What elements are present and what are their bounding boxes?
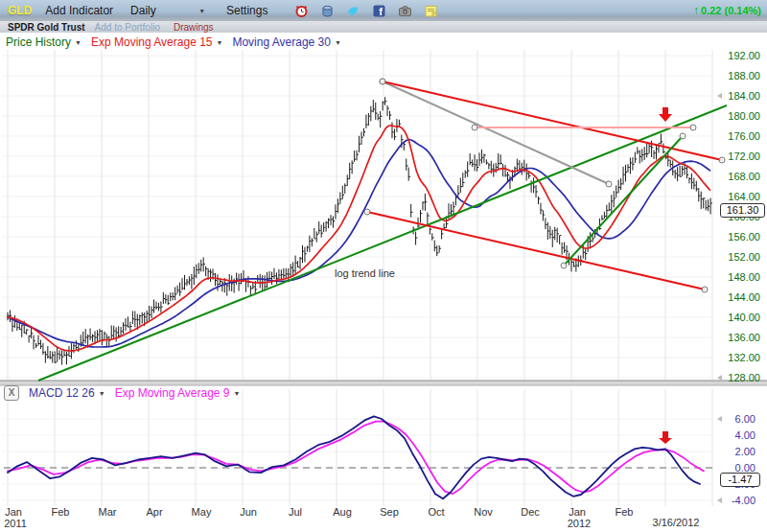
chevron-down-icon: ▼ xyxy=(198,8,205,14)
svg-text:192.00: 192.00 xyxy=(728,50,760,61)
svg-text:144.00: 144.00 xyxy=(728,291,760,303)
indicator-label: Price History xyxy=(6,35,71,49)
svg-text:140.00: 140.00 xyxy=(728,312,760,323)
quote-change: ↑ 0.22 (0.14%) xyxy=(693,4,761,17)
chart-canvas[interactable]: 192.00188.00184.00180.00176.00172.00168.… xyxy=(0,0,767,532)
svg-text:f: f xyxy=(380,6,384,17)
svg-text:Dec: Dec xyxy=(521,506,540,518)
svg-text:164.00: 164.00 xyxy=(728,191,760,202)
indicator-price-history[interactable]: Price History ▼ xyxy=(6,35,81,49)
drawings-menu[interactable]: Drawings xyxy=(174,22,214,33)
database-icon[interactable] xyxy=(320,4,335,18)
chevron-down-icon: ▼ xyxy=(99,390,105,397)
svg-text:Jun: Jun xyxy=(240,506,257,518)
twitter-icon[interactable] xyxy=(346,4,360,18)
svg-text:Jan: Jan xyxy=(569,506,586,518)
svg-text:May: May xyxy=(192,506,212,518)
svg-text:Apr: Apr xyxy=(146,506,162,518)
main-toolbar: GLD Add Indicator Daily ▼ Settings f ↑ 0… xyxy=(0,0,767,21)
svg-text:128.00: 128.00 xyxy=(728,372,760,383)
indicator-label: Exp Moving Average 15 xyxy=(91,35,213,49)
last-date-label: 3/16/2012 xyxy=(644,517,708,528)
indicator-label: MACD 12 26 xyxy=(29,386,95,400)
indicator-label: Exp Moving Average 9 xyxy=(115,386,230,400)
security-name: SPDR Gold Trust xyxy=(8,22,85,33)
svg-text:156.00: 156.00 xyxy=(728,231,760,243)
indicator-ma30[interactable]: Moving Average 30 ▼ xyxy=(232,35,340,49)
svg-text:180.00: 180.00 xyxy=(728,110,760,122)
last-macd-label: -1.47 xyxy=(720,473,760,487)
svg-text:172.00: 172.00 xyxy=(728,150,760,162)
svg-text:4.00: 4.00 xyxy=(735,429,755,441)
quote-change-value: 0.22 (0.14%) xyxy=(701,5,761,16)
macd-panel-header: X MACD 12 26 ▼ Exp Moving Average 9 ▼ xyxy=(4,385,249,401)
add-indicator-button[interactable]: Add Indicator xyxy=(45,4,113,17)
svg-text:6.00: 6.00 xyxy=(735,413,755,425)
svg-text:Jan: Jan xyxy=(5,506,22,518)
svg-text:Oct: Oct xyxy=(428,506,444,518)
svg-text:Jul: Jul xyxy=(289,506,302,518)
up-arrow-icon: ↑ xyxy=(693,4,699,17)
svg-text:176.00: 176.00 xyxy=(728,130,760,142)
svg-text:-4.00: -4.00 xyxy=(732,495,755,506)
svg-text:Nov: Nov xyxy=(474,506,493,518)
svg-text:152.00: 152.00 xyxy=(728,251,760,263)
close-icon[interactable]: X xyxy=(4,385,19,401)
symbol-label[interactable]: GLD xyxy=(8,4,32,17)
svg-text:132.00: 132.00 xyxy=(728,352,760,363)
camera-icon[interactable] xyxy=(398,4,412,18)
svg-text:2.00: 2.00 xyxy=(735,446,755,457)
trendline-annotation: log trend line xyxy=(335,267,395,279)
chevron-down-icon: ▼ xyxy=(216,39,222,46)
svg-text:Feb: Feb xyxy=(616,506,634,518)
facebook-icon[interactable]: f xyxy=(372,4,386,18)
svg-text:136.00: 136.00 xyxy=(728,332,760,343)
svg-text:Mar: Mar xyxy=(99,506,117,518)
settings-button[interactable]: Settings xyxy=(226,4,267,17)
svg-text:Aug: Aug xyxy=(333,506,352,518)
add-to-portfolio-link[interactable]: Add to Portfolio xyxy=(95,22,160,33)
svg-text:148.00: 148.00 xyxy=(728,271,760,283)
svg-text:168.00: 168.00 xyxy=(728,171,760,182)
chevron-down-icon: ▼ xyxy=(335,39,341,46)
indicator-macd-signal[interactable]: Exp Moving Average 9 ▼ xyxy=(115,386,241,400)
indicator-macd[interactable]: MACD 12 26 ▼ xyxy=(29,386,105,400)
timeframe-value: Daily xyxy=(130,4,156,17)
chevron-down-icon: ▼ xyxy=(234,390,241,397)
svg-text:Sep: Sep xyxy=(380,506,399,518)
svg-text:184.00: 184.00 xyxy=(728,90,760,102)
svg-text:188.00: 188.00 xyxy=(728,70,760,81)
svg-text:2012: 2012 xyxy=(568,518,591,529)
price-panel-header: Price History ▼ Exp Moving Average 15 ▼ … xyxy=(6,35,351,49)
svg-text:Feb: Feb xyxy=(52,506,70,518)
svg-text:2011: 2011 xyxy=(4,518,27,529)
notes-icon[interactable] xyxy=(424,4,438,18)
alerts-clock-icon[interactable] xyxy=(294,4,309,18)
last-price-label: 161.30 xyxy=(720,203,765,218)
chevron-down-icon: ▼ xyxy=(75,39,81,46)
indicator-ema15[interactable]: Exp Moving Average 15 ▼ xyxy=(91,35,222,49)
security-bar: SPDR Gold Trust Add to Portfolio Drawing… xyxy=(0,21,767,33)
indicator-label: Moving Average 30 xyxy=(232,35,331,49)
timeframe-dropdown[interactable]: Daily ▼ xyxy=(130,4,205,17)
